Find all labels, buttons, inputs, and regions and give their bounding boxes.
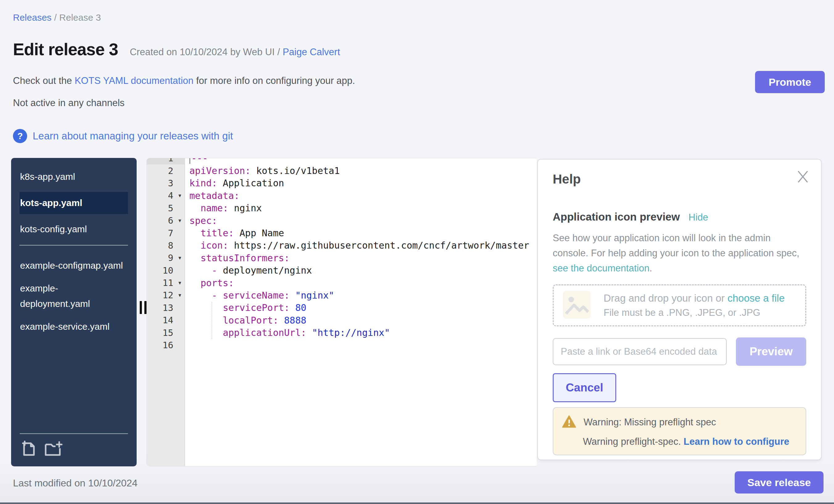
warning-title: Warning: Missing preflight spec [584, 417, 716, 428]
folder-plus-icon [44, 454, 63, 458]
author-link[interactable]: Paige Calvert [283, 47, 340, 57]
sidebar-resize-handle[interactable] [140, 301, 142, 314]
add-folder-button[interactable] [44, 440, 63, 458]
editor-line[interactable]: 15 applicationUrl: "http://nginx" [147, 326, 537, 339]
line-number: 14 [147, 315, 175, 325]
gutter-cell: 2 [147, 165, 185, 177]
editor-line[interactable]: 3kind: Application [147, 177, 537, 190]
gutter-cell: 7 [147, 227, 185, 239]
close-icon [796, 179, 809, 184]
close-help-button[interactable] [795, 169, 811, 185]
file-list-bottom: example-configmap.yamlexample-deployment… [11, 258, 137, 334]
editor-line[interactable]: 13 servicePort: 80 [147, 302, 537, 314]
file-list-top: k8s-app.yamlkots-app.yamlkots-config.yam… [11, 169, 137, 237]
text-cursor [190, 158, 190, 164]
line-number: 1 [147, 158, 175, 163]
git-help-row[interactable]: ? Learn about managing your releases wit… [13, 129, 233, 143]
warning-detail-text: Warning preflight-spec. [583, 436, 683, 447]
editor-line[interactable]: 12▾ - serviceName: "nginx" [147, 289, 537, 301]
gutter-cell: 12▾ [147, 289, 185, 301]
warning-triangle-icon [562, 415, 576, 429]
channels-status: Not active in any channels [13, 97, 125, 109]
choose-file-link[interactable]: choose a file [728, 292, 785, 304]
hide-link[interactable]: Hide [688, 212, 708, 223]
sidebar-file-item[interactable]: k8s-app.yaml [19, 169, 128, 184]
see-documentation-link[interactable]: see the documentation [553, 263, 650, 273]
editor-line[interactable]: 10 - deployment/nginx [147, 264, 537, 277]
preview-button[interactable]: Preview [736, 337, 806, 366]
fold-arrow-icon[interactable]: ▾ [175, 280, 185, 286]
warning-detail: Warning preflight-spec. Learn how to con… [583, 436, 797, 447]
doc-line-before: Check out the [13, 75, 75, 86]
fold-arrow-icon[interactable]: ▾ [175, 292, 185, 299]
gutter-cell: 8 [147, 239, 185, 252]
save-release-button[interactable]: Save release [735, 471, 824, 494]
line-number: 13 [147, 303, 175, 313]
gutter-cell: 9▾ [147, 252, 185, 264]
gutter-cell: 11▾ [147, 277, 185, 289]
code-text: statusInformers: [185, 253, 290, 263]
editor-line[interactable]: 7 title: App Name [147, 227, 537, 239]
question-circle-icon: ? [13, 129, 27, 143]
yaml-code-editor[interactable]: 1---2apiVersion: kots.io/v1beta13kind: A… [147, 158, 537, 466]
dropzone-text: Drag and drop your icon or choose a file… [603, 292, 785, 318]
gutter-cell: 6▾ [147, 214, 185, 227]
icon-url-input[interactable] [553, 338, 727, 365]
editor-line[interactable]: 8 icon: https://raw.githubusercontent.co… [147, 239, 537, 252]
gutter-cell: 16 [147, 339, 185, 351]
dropzone-file-types: File must be a .PNG, .JPEG, or .JPG [603, 307, 785, 318]
sidebar-file-item[interactable]: kots-app.yaml [19, 192, 128, 214]
breadcrumb-current: Release 3 [59, 12, 101, 23]
gutter-cell: 3 [147, 177, 185, 190]
code-text: - serviceName: "nginx" [185, 290, 334, 301]
editor-line[interactable]: 5 name: nginx [147, 202, 537, 214]
code-text: icon: https://raw.githubusercontent.com/… [185, 240, 529, 251]
breadcrumb-releases-link[interactable]: Releases [13, 12, 51, 23]
code-text: apiVersion: kots.io/v1beta1 [185, 165, 340, 176]
sidebar-file-item[interactable]: example-configmap.yaml [19, 258, 128, 273]
git-releases-link[interactable]: Learn about managing your releases with … [33, 130, 233, 142]
editor-line[interactable]: 1--- [147, 158, 537, 165]
gutter-cell: 14 [147, 314, 185, 326]
editor-line[interactable]: 4▾metadata: [147, 190, 537, 202]
line-number: 2 [147, 166, 175, 176]
gutter-cell: 10 [147, 264, 185, 277]
add-file-button[interactable] [20, 440, 36, 458]
fold-arrow-icon[interactable]: ▾ [175, 255, 185, 261]
editor-line[interactable]: 9▾ statusInformers: [147, 252, 537, 264]
doc-line-after: for more info on configuring your app. [193, 75, 355, 86]
gutter-cell: 13 [147, 302, 185, 314]
fold-arrow-icon[interactable]: ▾ [175, 217, 185, 224]
code-text: title: App Name [185, 228, 284, 238]
fold-arrow-icon[interactable]: ▾ [175, 192, 185, 199]
code-text: name: nginx [185, 203, 262, 214]
gutter-cell: 15 [147, 326, 185, 339]
editor-line[interactable]: 14 localPort: 8888 [147, 314, 537, 326]
description-period: . [650, 263, 652, 273]
title-row: Edit release 3 Created on 10/10/2024 by … [13, 40, 340, 59]
sidebar-file-item[interactable]: kots-config.yaml [19, 221, 128, 237]
sidebar-resize-handle[interactable] [144, 301, 147, 314]
icon-dropzone[interactable]: Drag and drop your icon or choose a file… [553, 284, 806, 326]
breadcrumb: Releases / Release 3 [13, 12, 101, 23]
indent-guide [212, 302, 212, 339]
sidebar-file-item[interactable]: example-service.yaml [19, 319, 128, 334]
editor-line[interactable]: 16 [147, 339, 537, 351]
kots-yaml-doc-link[interactable]: KOTS YAML documentation [75, 75, 193, 86]
line-number: 16 [147, 340, 175, 350]
editor-line[interactable]: 11▾ ports: [147, 277, 537, 289]
help-panel-title: Help [553, 172, 806, 189]
sidebar-file-item[interactable]: example-deployment.yaml [19, 281, 128, 311]
learn-how-to-configure-link[interactable]: Learn how to configure [683, 436, 789, 447]
editor-lines: 1---2apiVersion: kots.io/v1beta13kind: A… [147, 158, 537, 351]
editor-line[interactable]: 2apiVersion: kots.io/v1beta1 [147, 165, 537, 177]
cancel-button[interactable]: Cancel [553, 373, 616, 402]
promote-button[interactable]: Promote [755, 71, 825, 93]
code-text: --- [185, 158, 208, 164]
gutter-cell: 5 [147, 202, 185, 214]
sidebar-footer [20, 433, 128, 458]
line-number: 6 [147, 215, 175, 226]
editor-line[interactable]: 6▾spec: [147, 214, 537, 227]
gutter-cell: 4▾ [147, 190, 185, 202]
window-bottom-edge [0, 502, 834, 504]
